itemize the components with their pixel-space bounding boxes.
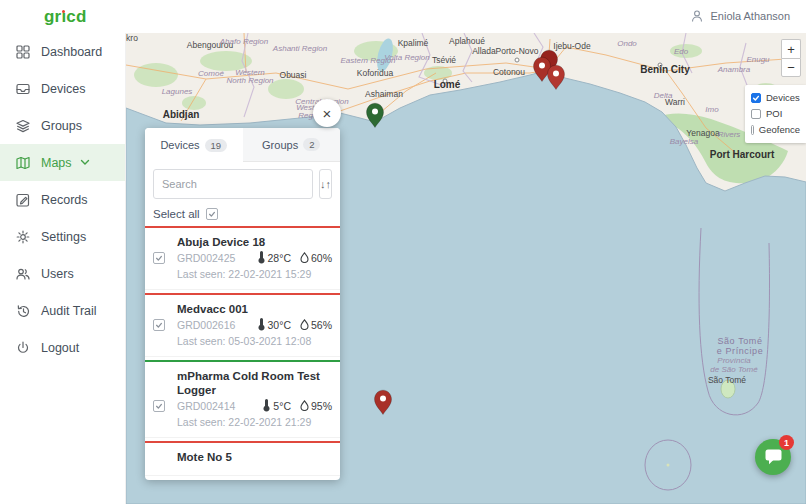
device-id-row: GRD002616 30°C 56%	[153, 318, 332, 331]
layer-label: POI	[766, 108, 782, 119]
select-all-label: Select all	[153, 208, 200, 220]
sidebar-item-groups[interactable]: Groups	[0, 107, 125, 144]
map-label: Lomé	[434, 79, 461, 90]
device-checkbox[interactable]	[153, 400, 165, 412]
select-all-row[interactable]: Select all	[145, 206, 340, 226]
sidebar-item-label: Settings	[41, 230, 86, 244]
device-list-item[interactable]: Medvacc 001 GRD002616 30°C 56% Last seen…	[145, 293, 340, 357]
sidebar-item-maps[interactable]: Maps	[0, 144, 125, 181]
map-label: Enugu	[746, 55, 770, 64]
map-label: Ahafo Region	[219, 37, 269, 46]
map-layers-panel: DevicesPOIGeofence	[745, 85, 806, 143]
map-label: Benin City	[640, 64, 690, 75]
close-icon: ×	[323, 105, 332, 122]
zoom-in-button[interactable]: +	[781, 39, 801, 58]
sidebar-item-label: Devices	[41, 82, 85, 96]
chat-notification-badge: 1	[779, 435, 794, 450]
device-name: Abuja Device 18	[177, 235, 327, 249]
device-checkbox[interactable]	[153, 319, 165, 331]
thermometer-icon	[257, 318, 266, 331]
logo-dot	[62, 10, 66, 14]
map-label: Porto-Novo	[496, 46, 539, 56]
map-label: e Príncipe	[717, 346, 764, 356]
user-name: Eniola Athanson	[710, 10, 790, 22]
sidebar-item-audit-trail[interactable]: Audit Trail	[0, 292, 125, 329]
device-metrics: 30°C 56%	[257, 318, 332, 331]
sidebar-item-users[interactable]: Users	[0, 255, 125, 292]
map-label: Anambra	[717, 65, 751, 74]
tab-label: Groups	[262, 139, 298, 151]
sidebar-item-label: Groups	[41, 119, 82, 133]
checkbox-checked-icon[interactable]	[751, 93, 761, 103]
map-label: Ijebu-Ode	[553, 41, 591, 51]
map-label: Allada	[472, 46, 496, 56]
thermometer-icon	[257, 251, 266, 264]
device-metrics: 28°C 60%	[257, 251, 332, 264]
layer-toggle-poi[interactable]: POI	[751, 108, 800, 119]
sidebar-item-records[interactable]: Records	[0, 181, 125, 218]
device-id: GRD002425	[177, 252, 235, 264]
device-id-row: GRD002414 5°C 95%	[153, 399, 332, 412]
map-label: Rivers	[718, 130, 741, 139]
device-last-seen: Last seen: 22-02-2021 21:29	[177, 416, 332, 428]
chat-button[interactable]: 1	[755, 439, 791, 475]
sidebar-item-label: Logout	[41, 341, 79, 355]
humidity-metric: 95%	[300, 400, 332, 412]
map-zoom-controls: + −	[781, 39, 801, 77]
device-list-item[interactable]: Abuja Device 18 GRD002425 28°C 60% Last …	[145, 226, 340, 290]
layers-icon	[15, 118, 31, 134]
map-label: Ashaiman	[365, 89, 403, 99]
sidebar-item-dashboard[interactable]: Dashboard	[0, 33, 125, 70]
sidebar: Dashboard Devices Groups Maps Records Se…	[0, 33, 126, 504]
device-list-item[interactable]: mPharma Cold Room Test Logger GRD002414 …	[145, 360, 340, 438]
map-label: Ondo	[617, 39, 637, 48]
sidebar-item-settings[interactable]: Settings	[0, 218, 125, 255]
droplet-icon	[300, 252, 309, 263]
map-label: kro	[126, 33, 138, 43]
checkbox-icon[interactable]	[751, 109, 761, 119]
devices-panel: Devices19Groups2 ↓↑ Select all Abuja Dev…	[145, 128, 340, 480]
search-row: ↓↑	[145, 162, 340, 206]
sidebar-item-label: Dashboard	[41, 45, 102, 59]
user-icon	[690, 9, 704, 23]
sidebar-item-devices[interactable]: Devices	[0, 70, 125, 107]
map-label: North Region	[226, 76, 274, 85]
sort-button[interactable]: ↓↑	[319, 169, 332, 199]
layer-toggle-geofence[interactable]: Geofence	[751, 124, 800, 135]
map-icon	[15, 155, 31, 171]
map-label: de São Tomé	[710, 365, 758, 374]
search-input[interactable]	[153, 169, 313, 199]
map-label: Cotonou	[493, 67, 525, 77]
map-canvas[interactable]: kroAbengourouAhafo RegionAshanti RegionE…	[126, 33, 806, 504]
edit-icon	[15, 192, 31, 208]
device-list-item[interactable]: Mote No 5	[145, 441, 340, 476]
device-name: Mote No 5	[177, 450, 327, 464]
layer-toggle-devices[interactable]: Devices	[751, 92, 800, 103]
sidebar-item-logout[interactable]: Logout	[0, 329, 125, 366]
map-label: Yenagoa	[686, 128, 720, 138]
grid-icon	[15, 44, 31, 60]
map-label: Volta Region	[384, 53, 430, 62]
history-icon	[15, 303, 31, 319]
device-name: Medvacc 001	[177, 302, 327, 316]
user-menu[interactable]: Eniola Athanson	[690, 9, 790, 23]
temperature-metric: 5°C	[262, 399, 291, 412]
app-header: grıcd Eniola Athanson	[0, 0, 806, 33]
map-label: Bayelsa	[670, 137, 699, 146]
map-label: Koforidua	[357, 68, 394, 78]
device-last-seen: Last seen: 05-03-2021 12:08	[177, 335, 332, 347]
map-label: Port Harcourt	[710, 149, 775, 160]
checkbox-icon[interactable]	[751, 125, 754, 135]
map-label: Comoé	[198, 69, 224, 78]
close-panel-button[interactable]: ×	[313, 99, 341, 127]
select-all-checkbox[interactable]	[206, 208, 218, 220]
tab-devices[interactable]: Devices19	[145, 128, 243, 162]
map-label: Tsévié	[432, 55, 456, 65]
device-checkbox[interactable]	[153, 252, 165, 264]
device-metrics: 5°C 95%	[262, 399, 332, 412]
zoom-out-button[interactable]: −	[781, 58, 801, 77]
tray-icon	[15, 81, 31, 97]
tab-groups[interactable]: Groups2	[243, 128, 341, 162]
temperature-metric: 30°C	[257, 318, 291, 331]
panel-tabs: Devices19Groups2	[145, 128, 340, 162]
